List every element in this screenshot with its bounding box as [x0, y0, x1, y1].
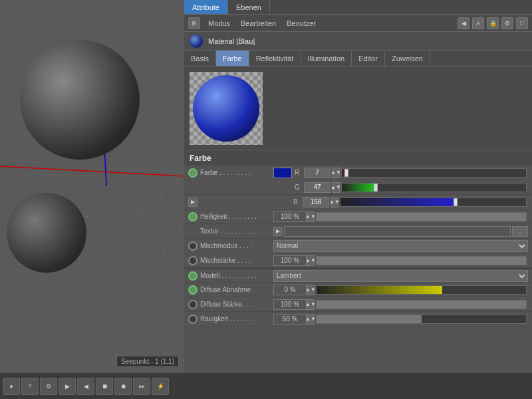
- mischmodus-enable[interactable]: [188, 241, 198, 251]
- rauigkeit-arrow[interactable]: ▲▼: [307, 314, 315, 325]
- toolbar-bearbeiten[interactable]: Bearbeiten: [238, 19, 279, 28]
- svg-line-21: [0, 166, 184, 176]
- diffuse-abnahme-arrow[interactable]: ▲▼: [307, 285, 315, 295]
- blue-sphere-preview: [193, 75, 259, 142]
- r-slider[interactable]: [341, 168, 527, 178]
- r-input[interactable]: 7: [304, 168, 331, 178]
- diffuse-abnahme-input[interactable]: 0 %: [273, 285, 307, 295]
- g-slider[interactable]: [341, 183, 527, 192]
- bottom-icon-5[interactable]: ◀: [77, 378, 94, 395]
- settings-icon[interactable]: ⚙: [501, 17, 513, 29]
- nav-right-icon[interactable]: A: [472, 17, 484, 29]
- rauigkeit-row: Rauigkeit . . . . . . . 50 % ▲▼: [184, 312, 532, 327]
- b-arrow[interactable]: ▲▼: [331, 197, 338, 207]
- svg-line-9: [0, 293, 184, 299]
- g-swatch-spacer: [273, 182, 292, 193]
- b-label: B: [293, 198, 301, 205]
- textur-input[interactable]: [284, 226, 511, 237]
- textur-expand-btn[interactable]: ▶: [273, 227, 283, 236]
- diffuse-staerke-arrow[interactable]: ▲▼: [307, 299, 315, 310]
- diffuse-abnahme-fill: [317, 286, 442, 294]
- textur-row: Textur . . . . . . . . . . ▶ ...: [184, 224, 532, 239]
- sub-tab-illumination[interactable]: Illumination: [301, 51, 352, 66]
- lock-icon[interactable]: 🔒: [487, 17, 499, 29]
- mischmodus-row: Mischmodus . . . . Normal: [184, 239, 532, 253]
- diffuse-abnahme-slider[interactable]: [316, 285, 527, 295]
- mischmodus-select[interactable]: Normal: [273, 240, 528, 252]
- helligkeit-input[interactable]: 100 %: [273, 211, 307, 222]
- bottom-icon-3[interactable]: ⚙: [40, 378, 57, 395]
- b-expand-btn[interactable]: ▶: [188, 198, 198, 207]
- toolbar-modus[interactable]: Modus: [205, 19, 233, 28]
- b-fill: [340, 198, 456, 206]
- helligkeit-enable[interactable]: [188, 212, 198, 221]
- bottom-icon-4[interactable]: ▶: [59, 378, 76, 395]
- diffuse-abnahme-label: Diffuse Abnahme: [200, 286, 273, 293]
- mischstaerke-input[interactable]: 100 %: [273, 255, 307, 266]
- b-slider[interactable]: [340, 198, 527, 207]
- sub-tab-zuweisen[interactable]: Zuweisen: [385, 51, 430, 66]
- mischstaerke-arrow[interactable]: ▲▼: [307, 255, 315, 266]
- diffuse-staerke-label: Diffuse Stärke. . .: [200, 301, 273, 308]
- g-arrow[interactable]: ▲▼: [332, 182, 340, 193]
- bottom-icon-6[interactable]: ⏹: [96, 378, 113, 395]
- farbe-enable[interactable]: [188, 168, 198, 178]
- svg-line-16: [100, 180, 133, 372]
- rauigkeit-label: Rauigkeit . . . . . . .: [200, 315, 273, 323]
- bottom-icon-2[interactable]: ?: [21, 378, 39, 395]
- rauigkeit-input[interactable]: 50 %: [273, 314, 307, 325]
- r-handle[interactable]: [344, 169, 348, 177]
- mischstaerke-slider[interactable]: [316, 256, 527, 265]
- modell-enable[interactable]: [188, 271, 198, 281]
- toolbar-grid-icon[interactable]: ⊞: [188, 17, 200, 29]
- sub-tab-reflektivitaet[interactable]: Reflektivität: [249, 51, 301, 66]
- tab-attribute[interactable]: Attribute: [184, 0, 228, 14]
- r-arrow[interactable]: ▲▼: [332, 168, 340, 178]
- rauigkeit-slider[interactable]: [316, 315, 527, 324]
- diffuse-staerke-slider[interactable]: [316, 300, 527, 309]
- nav-left-icon[interactable]: ◀: [458, 17, 469, 29]
- g-fill: [342, 184, 376, 192]
- rauigkeit-fill: [317, 315, 422, 323]
- bottom-icon-8[interactable]: ⏭: [133, 378, 150, 395]
- toolbar-benutzer[interactable]: Benutzer: [284, 19, 319, 28]
- modell-select[interactable]: Lambert: [273, 270, 528, 282]
- b-handle[interactable]: [454, 198, 458, 206]
- helligkeit-slider[interactable]: [316, 212, 527, 221]
- g-input[interactable]: 47: [304, 182, 331, 193]
- color-preview-area: [184, 66, 532, 151]
- bottom-icon-1[interactable]: ●: [3, 378, 20, 395]
- color-swatch[interactable]: [273, 168, 292, 178]
- tab-ebenen[interactable]: Ebenen: [228, 0, 270, 14]
- rauigkeit-enable[interactable]: [188, 315, 198, 324]
- b-input[interactable]: 158: [303, 197, 329, 207]
- mischstaerke-enable[interactable]: [188, 256, 198, 265]
- g-handle[interactable]: [374, 184, 378, 192]
- sub-tab-editor[interactable]: Editor: [352, 51, 385, 66]
- b-row: ▶ B 158 ▲▼: [184, 195, 532, 209]
- window-icon[interactable]: □: [516, 17, 528, 29]
- textur-dots-btn[interactable]: ...: [512, 226, 528, 237]
- textur-label: Textur . . . . . . . . . .: [200, 227, 273, 235]
- g-label: G: [295, 184, 303, 191]
- diffuse-abnahme-enable[interactable]: [188, 285, 198, 295]
- viewport-3d[interactable]: Seepunkt - 1 (1,1): [0, 0, 184, 372]
- diffuse-staerke-enable[interactable]: [188, 300, 198, 309]
- svg-line-18: [140, 180, 160, 372]
- modell-row: Modell . . . . . . . . . . Lambert: [184, 268, 532, 283]
- svg-line-17: [120, 180, 146, 372]
- toolbar: ⊞ Modus Bearbeiten Benutzer ◀ A 🔒 ⚙ □: [184, 15, 532, 32]
- mischmodus-label: Mischmodus . . . .: [200, 242, 273, 249]
- g-row: G 47 ▲▼: [184, 180, 532, 195]
- diffuse-staerke-input[interactable]: 100 %: [273, 299, 307, 310]
- bottom-icon-7[interactable]: ⏺: [114, 378, 132, 395]
- section-farbe-label: Farbe: [184, 151, 532, 166]
- helligkeit-arrow[interactable]: ▲▼: [307, 211, 315, 222]
- sub-tab-basis[interactable]: Basis: [184, 51, 216, 66]
- bottom-icon-9[interactable]: ⚡: [152, 378, 169, 395]
- tab-bar-top: Attribute Ebenen: [184, 0, 532, 15]
- material-title: Material [Blau]: [208, 37, 255, 45]
- sub-tab-farbe[interactable]: Farbe: [216, 51, 249, 66]
- color-sphere-preview: [190, 72, 263, 145]
- mischstaerke-row: Mischstärke . . . . 100 % ▲▼: [184, 253, 532, 268]
